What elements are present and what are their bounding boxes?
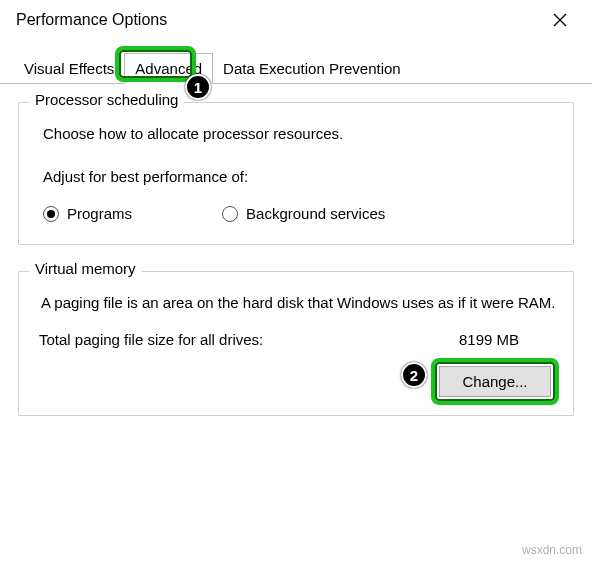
vm-total-label: Total paging file size for all drives: — [39, 331, 263, 348]
change-button[interactable]: Change... — [439, 366, 551, 397]
radio-background-services[interactable]: Background services — [222, 205, 385, 222]
group-legend-processor: Processor scheduling — [29, 91, 184, 108]
radio-programs-label: Programs — [67, 205, 132, 222]
radio-icon — [222, 206, 238, 222]
window-title: Performance Options — [16, 11, 167, 29]
radio-icon — [43, 206, 59, 222]
radio-background-label: Background services — [246, 205, 385, 222]
watermark: wsxdn.com — [522, 543, 582, 557]
tab-data-execution-prevention[interactable]: Data Execution Prevention — [213, 54, 411, 83]
adjust-label: Adjust for best performance of: — [43, 168, 557, 185]
radio-programs[interactable]: Programs — [43, 205, 132, 222]
callout-1: 1 — [185, 74, 211, 100]
vm-desc: A paging file is an area on the hard dis… — [41, 292, 557, 313]
title-bar: Performance Options — [0, 0, 592, 44]
close-icon — [553, 13, 567, 27]
group-legend-vm: Virtual memory — [29, 260, 142, 277]
close-button[interactable] — [540, 6, 580, 34]
callout-2: 2 — [401, 362, 427, 388]
processor-desc: Choose how to allocate processor resourc… — [43, 125, 557, 142]
vm-total-value: 8199 MB — [459, 331, 519, 348]
tab-content: Processor scheduling Choose how to alloc… — [0, 84, 592, 416]
tab-visual-effects[interactable]: Visual Effects — [14, 54, 124, 83]
group-virtual-memory: Virtual memory A paging file is an area … — [18, 271, 574, 416]
tab-strip: Visual Effects Advanced Data Execution P… — [0, 44, 592, 84]
group-processor-scheduling: Processor scheduling Choose how to alloc… — [18, 102, 574, 245]
